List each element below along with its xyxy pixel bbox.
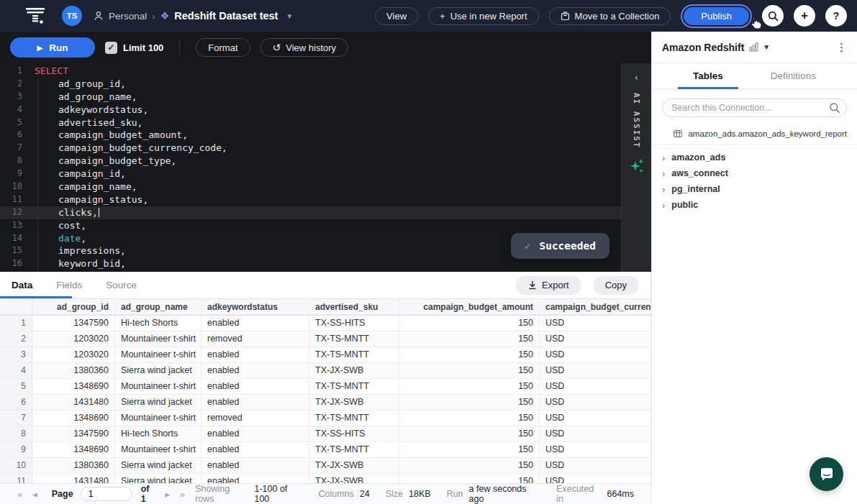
table-cell[interactable]: enabled	[201, 363, 309, 379]
last-page-icon[interactable]: »	[180, 489, 185, 500]
table-cell[interactable]: USD	[540, 426, 651, 442]
table-cell[interactable]: Mountaineer t-shirt	[115, 411, 201, 426]
column-header[interactable]: ad_group_name	[115, 299, 201, 315]
table-cell[interactable]: 1347590	[32, 316, 115, 331]
table-cell[interactable]: 1431480	[32, 474, 115, 483]
code-line[interactable]: 4adkeywordstatus,	[0, 104, 621, 116]
table-cell[interactable]: USD	[540, 411, 651, 426]
table-cell[interactable]: 150	[399, 458, 540, 474]
table-cell[interactable]: Sierra wind jacket	[115, 363, 201, 379]
recent-table-item[interactable]: amazon_ads.amazon_ads_keyword_report	[652, 124, 857, 145]
table-row[interactable]: 81347590Hi-tech ShortsenabledTX-SS-HITS1…	[0, 426, 651, 442]
tab-data[interactable]: Data	[12, 280, 32, 290]
limit-toggle[interactable]: ✓ Limit 100	[105, 42, 163, 54]
schema-item-amazon_ads[interactable]: ›amazon_ads	[652, 150, 857, 165]
table-cell[interactable]: 150	[399, 379, 540, 395]
table-body[interactable]: 11347590Hi-tech ShortsenabledTX-SS-HITS1…	[0, 316, 651, 483]
prev-page-icon[interactable]: ◂	[32, 489, 37, 500]
table-cell[interactable]: 1348690	[32, 379, 115, 395]
table-cell[interactable]: enabled	[201, 316, 309, 331]
table-cell[interactable]: 1348690	[32, 442, 115, 458]
copy-button[interactable]: Copy	[593, 276, 639, 295]
column-header[interactable]: campaign_budget_amount	[399, 299, 540, 315]
code-line[interactable]: 1SELECT	[0, 65, 621, 78]
connection-chevron-down-icon[interactable]: ▼	[763, 43, 770, 51]
column-header[interactable]: adkeywordstatus	[201, 299, 309, 315]
page-input[interactable]	[81, 487, 132, 501]
table-cell[interactable]: USD	[540, 395, 651, 411]
run-button[interactable]: ▶ Run	[10, 37, 95, 58]
tab-tables[interactable]: Tables	[686, 63, 730, 88]
table-cell[interactable]: removed	[201, 331, 309, 347]
code-line[interactable]: 11campaign_status,	[0, 193, 621, 206]
table-cell[interactable]: 150	[399, 347, 540, 363]
table-row[interactable]: 21203020Mountaineer t-shirtremovedTX-TS-…	[0, 331, 651, 347]
table-cell[interactable]: enabled	[201, 474, 309, 483]
table-cell[interactable]: Sierra wind jacket	[115, 458, 201, 474]
tab-source[interactable]: Source	[106, 280, 137, 290]
move-to-collection-button[interactable]: Move to a Collection	[549, 7, 671, 25]
table-row[interactable]: 91348690Mountaineer t-shirtenabledTX-TS-…	[0, 442, 651, 458]
table-cell[interactable]: Mountaineer t-shirt	[115, 379, 201, 395]
table-cell[interactable]: USD	[540, 316, 651, 331]
chevron-right-icon[interactable]: ›	[662, 153, 665, 162]
table-cell[interactable]: TX-SS-HITS	[309, 426, 399, 442]
table-cell[interactable]: enabled	[201, 426, 309, 442]
table-cell[interactable]: Sierra wind jacket	[115, 474, 201, 483]
table-cell[interactable]: Hi-tech Shorts	[115, 426, 201, 442]
view-history-button[interactable]: ↺ View history	[260, 38, 349, 57]
collapse-chevron-icon[interactable]: ‹	[634, 72, 640, 83]
table-cell[interactable]: 1380360	[32, 458, 115, 474]
tab-definitions[interactable]: Definitions	[763, 63, 823, 88]
table-cell[interactable]: 150	[399, 474, 540, 483]
table-cell[interactable]: 150	[399, 411, 540, 426]
table-cell[interactable]: 150	[399, 426, 540, 442]
chat-launcher-button[interactable]	[810, 457, 843, 491]
table-row[interactable]: 71348690Mountaineer t-shirtremovedTX-TS-…	[0, 411, 651, 426]
table-cell[interactable]: USD	[540, 379, 651, 395]
tab-fields[interactable]: Fields	[56, 280, 82, 290]
table-cell[interactable]: Mountaineer t-shirt	[115, 442, 201, 458]
format-button[interactable]: Format	[196, 38, 250, 57]
chevron-right-icon[interactable]: ›	[662, 185, 665, 194]
table-cell[interactable]: enabled	[201, 379, 309, 395]
column-header[interactable]: advertised_sku	[309, 299, 399, 315]
column-header[interactable]: campaign_budget_currency_code	[540, 299, 651, 315]
table-cell[interactable]: USD	[540, 458, 651, 474]
schema-item-aws_connect[interactable]: ›aws_connect	[652, 165, 857, 181]
table-cell[interactable]: TX-JX-SWB	[309, 395, 399, 411]
table-row[interactable]: 51348690Mountaineer t-shirtenabledTX-TS-…	[0, 379, 651, 395]
column-header[interactable]: ad_group_id	[32, 299, 115, 315]
code-line[interactable]: 8campaign_budget_type,	[0, 155, 621, 168]
table-cell[interactable]: TX-TS-MNTT	[309, 347, 399, 363]
table-cell[interactable]: enabled	[201, 458, 309, 474]
table-cell[interactable]: USD	[540, 474, 651, 483]
connection-name[interactable]: Amazon Redshift	[662, 42, 744, 53]
table-cell[interactable]: 1203020	[32, 331, 115, 347]
code-line[interactable]: 5advertised_sku,	[0, 116, 621, 129]
schema-item-public[interactable]: ›public	[652, 197, 857, 213]
code-line[interactable]: 13cost,	[0, 219, 621, 232]
table-cell[interactable]: 1347590	[32, 426, 115, 442]
table-cell[interactable]: enabled	[201, 442, 309, 458]
table-cell[interactable]: 150	[399, 331, 540, 347]
table-cell[interactable]: TX-TS-MNTT	[309, 379, 399, 395]
chevron-right-icon[interactable]: ›	[662, 201, 665, 210]
table-cell[interactable]: TX-JX-SWB	[309, 474, 399, 483]
table-cell[interactable]: 150	[399, 363, 540, 379]
table-cell[interactable]: enabled	[201, 347, 309, 363]
table-cell[interactable]: TX-TS-MNTT	[309, 442, 399, 458]
table-cell[interactable]: USD	[540, 331, 651, 347]
chevron-right-icon[interactable]: ›	[662, 169, 665, 178]
connection-menu-icon[interactable]: ⋮	[836, 41, 847, 54]
code-line[interactable]: 9campaign_id,	[0, 168, 621, 180]
view-button[interactable]: View	[375, 7, 418, 25]
table-cell[interactable]: Hi-tech Shorts	[115, 316, 201, 331]
table-cell[interactable]: 1203020	[32, 347, 115, 363]
new-item-button[interactable]: +	[794, 5, 815, 27]
table-row[interactable]: 31203020Mountaineer t-shirtenabledTX-TS-…	[0, 347, 651, 363]
table-cell[interactable]: Sierra wind jacket	[115, 395, 201, 411]
sql-editor[interactable]: 1SELECT2ad_group_id,3ad_group_name,4adke…	[0, 63, 651, 272]
publish-button[interactable]: Publish	[684, 7, 749, 25]
table-cell[interactable]: enabled	[201, 395, 309, 411]
